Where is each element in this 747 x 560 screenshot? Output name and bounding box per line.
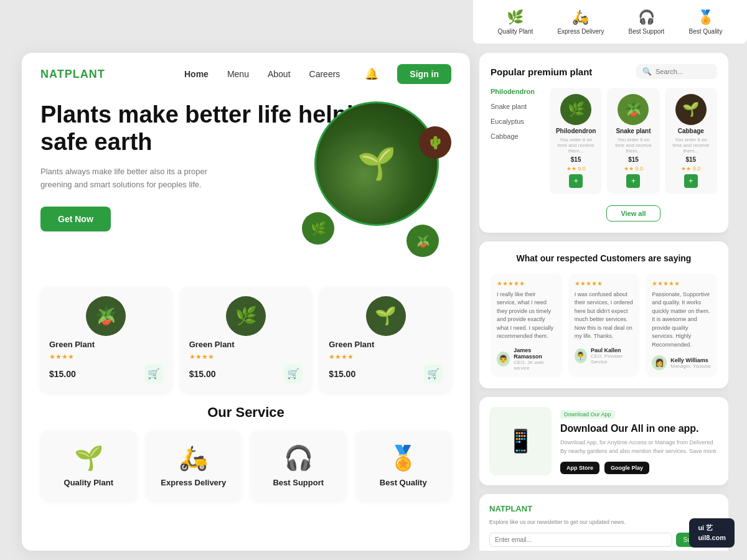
t-avatar-3: 👩 bbox=[652, 355, 667, 370]
p-plant-price-3: $15 bbox=[685, 156, 696, 163]
nav-about[interactable]: About bbox=[268, 69, 291, 79]
view-all-button[interactable]: View all bbox=[606, 205, 660, 222]
quality2-icon: 🏅 bbox=[697, 9, 714, 26]
p-plant-img-3: 🌱 bbox=[675, 94, 707, 125]
t-user-info-1: James Ramasson CEO, JK web service bbox=[514, 347, 555, 371]
cat-snake[interactable]: Snake plant bbox=[491, 103, 543, 110]
appstore-button[interactable]: App Store bbox=[560, 462, 599, 474]
p-plant-name-1: Philodendron bbox=[556, 128, 596, 134]
get-now-button[interactable]: Get Now bbox=[40, 207, 111, 231]
t-name-2: Paul Kallen bbox=[591, 347, 633, 353]
service-quality2-icon: 🏅 bbox=[388, 444, 418, 472]
service-delivery: 🛵 Express Delivery bbox=[146, 431, 242, 501]
service-delivery-name: Express Delivery bbox=[161, 478, 226, 487]
cat-philodendron[interactable]: Philodendron bbox=[491, 88, 543, 95]
hero-small-circle-1: 🌿 bbox=[302, 212, 334, 245]
add-to-cart-3[interactable]: 🛒 bbox=[424, 365, 443, 383]
testimonial-3: ★★★★★ Passionate, Supportive and quality… bbox=[646, 274, 717, 377]
premium-search[interactable]: 🔍 bbox=[636, 64, 717, 79]
p-plant-rating-2: ★★ 9.0 bbox=[624, 166, 643, 172]
cat-cabbage[interactable]: Cabbage bbox=[491, 133, 543, 140]
nav-menu[interactable]: Menu bbox=[227, 69, 249, 79]
t-role-2: CEO, Provider Service bbox=[591, 353, 633, 365]
top-strip: 🌿 Quality Plant 🛵 Express Delivery 🎧 Bes… bbox=[473, 0, 747, 44]
service-delivery-icon: 🛵 bbox=[179, 444, 208, 472]
app-tag: Download Our App bbox=[560, 410, 615, 419]
hero-image: 🌱 🌿 🪴 🌵 bbox=[296, 89, 458, 263]
app-mockup: 📱 bbox=[489, 407, 552, 475]
p-plant-name-3: Cabbage bbox=[678, 128, 704, 134]
hero-section: Plants make better life helping to safe … bbox=[22, 95, 470, 238]
p-plant-3: 🌱 Cabbage You order it on time and recei… bbox=[665, 88, 717, 194]
app-download-section: 📱 Download Our App Download Our All in o… bbox=[479, 397, 728, 485]
testimonials-section: What our respected Customers are saying … bbox=[479, 241, 728, 388]
search-icon: 🔍 bbox=[642, 67, 652, 76]
playstore-button[interactable]: Google Play bbox=[604, 462, 649, 474]
plant-card-footer-2: $15.00 🛒 bbox=[189, 365, 303, 383]
service-support-icon: 🎧 bbox=[284, 444, 313, 472]
plant-card-2: 🌿 Green Plant ★★★★ $15.00 🛒 bbox=[181, 287, 312, 392]
app-info: Download Our App Download Our All in one… bbox=[560, 408, 718, 475]
t-user-3: 👩 Kelly Williams Manager, Youtube bbox=[652, 355, 711, 370]
p-plant-add-1[interactable]: + bbox=[569, 174, 583, 188]
signin-button[interactable]: Sign in bbox=[397, 64, 451, 84]
t-name-1: James Ramasson bbox=[514, 347, 555, 360]
nav-logo: NATPLANT bbox=[40, 68, 105, 81]
quality-icon: 🌿 bbox=[507, 9, 524, 26]
plant-card-name-2: Green Plant bbox=[189, 340, 235, 349]
p-plant-name-2: Snake plant bbox=[616, 128, 651, 134]
right-panel: Popular premium plant 🔍 Philodendron Sna… bbox=[479, 53, 728, 551]
top-strip-delivery: 🛵 Express Delivery bbox=[557, 9, 604, 35]
nav-home[interactable]: Home bbox=[184, 69, 209, 79]
top-strip-quality2: 🏅 Best Quality bbox=[688, 9, 722, 35]
p-plant-price-1: $15 bbox=[571, 156, 581, 163]
t-user-1: 👨 James Ramasson CEO, JK web service bbox=[497, 347, 556, 371]
newsletter-input[interactable] bbox=[489, 533, 672, 547]
premium-title: Popular premium plant bbox=[491, 67, 592, 77]
plant-card-price-3: $15.00 bbox=[329, 369, 355, 379]
service-support: 🎧 Best Support bbox=[250, 431, 347, 501]
add-to-cart-1[interactable]: 🛒 bbox=[144, 365, 163, 383]
cat-eucalyptus[interactable]: Eucalyptus bbox=[491, 118, 543, 125]
t-text-2: I was confused about their services, I o… bbox=[575, 291, 634, 341]
p-plant-add-2[interactable]: + bbox=[626, 174, 640, 188]
nav-icons: 🔔 bbox=[365, 67, 378, 81]
nav-careers[interactable]: Careers bbox=[309, 69, 341, 79]
plant-card-name-1: Green Plant bbox=[49, 340, 95, 349]
t-role-3: Manager, Youtube bbox=[670, 363, 711, 369]
premium-plant-row: 🌿 Philodendron You order it on time and … bbox=[550, 88, 717, 194]
plant-card-name-3: Green Plant bbox=[329, 340, 374, 349]
ui8-watermark: ui 艺 uil8.com bbox=[689, 518, 735, 548]
p-plant-rating-3: ★★ 9.0 bbox=[681, 166, 700, 172]
plant-card-stars-3: ★★★★ bbox=[329, 353, 354, 361]
support-label: Best Support bbox=[629, 28, 665, 35]
t-stars-3: ★★★★★ bbox=[652, 280, 711, 287]
premium-search-input[interactable] bbox=[655, 68, 705, 75]
app-desc: Download App, for Anytime Access or Mana… bbox=[560, 439, 718, 455]
t-text-3: Passionate, Supportive and quality. It w… bbox=[652, 291, 711, 350]
add-to-cart-2[interactable]: 🛒 bbox=[284, 365, 303, 383]
footer-desc: Explore like us our newsletter to get ou… bbox=[489, 518, 718, 527]
p-plant-add-3[interactable]: + bbox=[684, 174, 698, 188]
top-strip-support: 🎧 Best Support bbox=[629, 9, 665, 35]
plant-card-img-1: 🪴 bbox=[86, 296, 126, 336]
t-name-3: Kelly Williams bbox=[670, 357, 711, 363]
quality-label: Quality Plant bbox=[498, 28, 533, 35]
service-section: Our Service 🌱 Quality Plant 🛵 Express De… bbox=[22, 398, 470, 507]
p-plant-rating-1: ★★ 9.0 bbox=[566, 166, 586, 172]
t-avatar-2: 👨‍💼 bbox=[575, 348, 587, 363]
premium-section: Popular premium plant 🔍 Philodendron Sna… bbox=[479, 53, 728, 233]
bell-icon[interactable]: 🔔 bbox=[365, 67, 378, 81]
plant-card-img-2: 🌿 bbox=[226, 296, 266, 336]
testimonial-2: ★★★★★ I was confused about their service… bbox=[568, 274, 640, 377]
premium-header: Popular premium plant 🔍 bbox=[491, 64, 717, 79]
service-support-name: Best Support bbox=[273, 478, 324, 487]
service-quality-icon: 🌱 bbox=[74, 444, 103, 472]
plant-card-price-1: $15.00 bbox=[49, 369, 76, 379]
service-title: Our Service bbox=[40, 404, 451, 421]
p-plant-price-2: $15 bbox=[628, 156, 639, 163]
plant-cards-row: 🪴 Green Plant ★★★★ $15.00 🛒 🌿 Green Plan… bbox=[22, 287, 470, 398]
t-stars-1: ★★★★★ bbox=[497, 280, 556, 287]
plant-card-footer-3: $15.00 🛒 bbox=[329, 365, 443, 383]
hero-small-circle-3: 🌵 bbox=[419, 126, 451, 159]
